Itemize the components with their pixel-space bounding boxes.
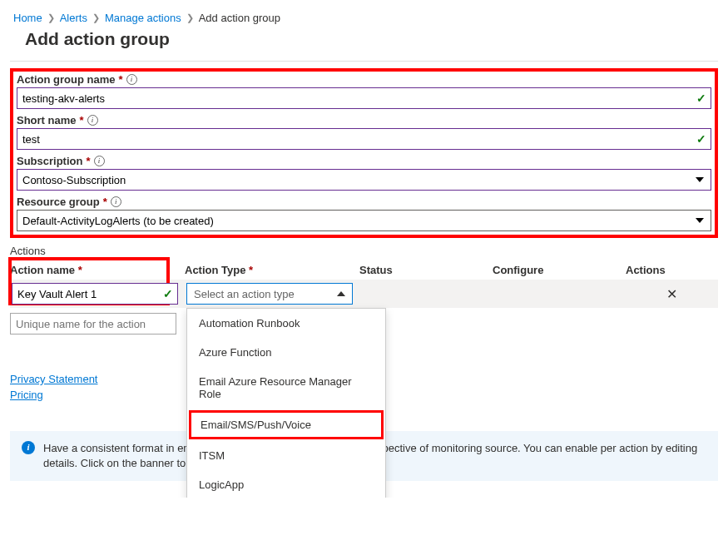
- action-group-name-label: Action group name * i: [17, 73, 711, 86]
- check-icon: ✓: [696, 92, 706, 105]
- resource-group-label: Resource group * i: [17, 196, 711, 208]
- form-highlight-box: Action group name * i ✓ Short name * i ✓: [10, 68, 718, 238]
- action-name-input[interactable]: [12, 283, 178, 305]
- delete-row-button[interactable]: ✕: [627, 286, 716, 302]
- col-action-name: Action name *: [10, 264, 176, 276]
- check-icon: ✓: [163, 287, 173, 300]
- action-group-name-input[interactable]: [17, 87, 711, 109]
- close-icon: ✕: [666, 287, 677, 301]
- breadcrumb-manage-actions[interactable]: Manage actions: [105, 12, 181, 24]
- breadcrumb-home[interactable]: Home: [13, 12, 42, 24]
- short-name-input[interactable]: [17, 128, 711, 150]
- breadcrumb: Home ❯ Alerts ❯ Manage actions ❯ Add act…: [10, 7, 718, 27]
- action-type-dropdown: Automation Runbook Azure Function Email …: [186, 308, 386, 498]
- required-marker: *: [86, 155, 90, 167]
- info-icon: i: [22, 441, 35, 454]
- action-type-select[interactable]: Select an action type: [186, 283, 353, 305]
- info-icon[interactable]: i: [87, 115, 98, 126]
- info-icon[interactable]: i: [126, 74, 137, 85]
- option-automation-runbook[interactable]: Automation Runbook: [187, 309, 385, 338]
- option-email-arm-role[interactable]: Email Azure Resource Manager Role: [187, 367, 385, 409]
- required-marker: *: [80, 114, 84, 126]
- info-icon[interactable]: i: [94, 156, 105, 166]
- page-title: Add action group: [25, 29, 718, 49]
- subscription-label: Subscription * i: [17, 155, 711, 167]
- action-type-placeholder: Select an action type: [194, 288, 295, 300]
- chevron-right-icon: ❯: [47, 12, 55, 23]
- table-row: ✓ Select an action type Automation Runbo…: [10, 280, 718, 308]
- option-email-sms-push-voice[interactable]: Email/SMS/Push/Voice: [189, 410, 384, 439]
- option-itsm[interactable]: ITSM: [187, 441, 385, 470]
- chevron-up-icon: [337, 291, 345, 296]
- col-status: Status: [359, 264, 484, 276]
- check-icon: ✓: [696, 132, 706, 146]
- actions-heading: Actions: [10, 245, 718, 257]
- divider: [10, 61, 718, 62]
- col-configure: Configure: [493, 264, 617, 276]
- chevron-right-icon: ❯: [92, 12, 100, 23]
- subscription-select[interactable]: Contoso-Subscription: [17, 169, 711, 191]
- resource-group-select[interactable]: Default-ActivityLogAlerts (to be created…: [17, 210, 711, 231]
- breadcrumb-current: Add action group: [199, 12, 280, 24]
- required-marker: *: [78, 264, 82, 276]
- col-action-type: Action Type *: [185, 264, 351, 276]
- breadcrumb-alerts[interactable]: Alerts: [60, 12, 87, 24]
- required-marker: *: [249, 264, 253, 276]
- col-actions: Actions: [626, 264, 718, 276]
- chevron-right-icon: ❯: [186, 12, 194, 23]
- actions-table-header: Action name * Action Type * Status Confi…: [10, 260, 718, 280]
- required-marker: *: [118, 73, 122, 86]
- option-logicapp[interactable]: LogicApp: [187, 470, 385, 498]
- new-action-name-input[interactable]: [10, 313, 176, 335]
- option-azure-function[interactable]: Azure Function: [187, 338, 385, 367]
- info-icon[interactable]: i: [111, 196, 121, 207]
- short-name-label: Short name * i: [17, 114, 711, 126]
- required-marker: *: [103, 196, 107, 208]
